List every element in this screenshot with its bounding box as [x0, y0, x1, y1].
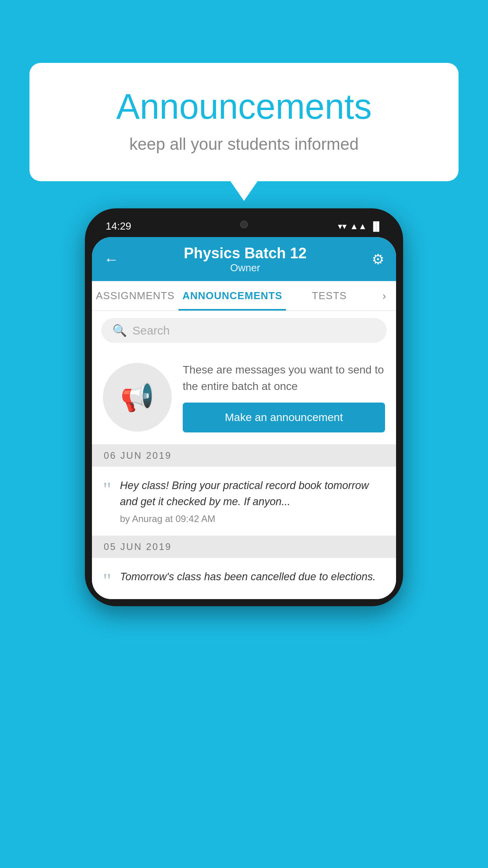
camera-dot [240, 221, 248, 228]
header-title: Physics Batch 12 [184, 245, 307, 262]
phone-outer: 14:29 ▾▾ ▲▲ ▐▌ ← Physics Batch 12 Owner … [85, 208, 403, 606]
notch [213, 215, 275, 233]
status-time: 14:29 [106, 220, 131, 232]
tab-more[interactable]: › [372, 281, 396, 311]
announcement-text-2: Tomorrow's class has been cancelled due … [120, 569, 385, 585]
announcement-content-2: Tomorrow's class has been cancelled due … [120, 569, 385, 589]
speech-bubble: Announcements keep all your students inf… [29, 63, 459, 181]
quote-icon-1: " [103, 480, 111, 500]
megaphone-icon: 📢 [120, 381, 154, 413]
search-container: 🔍 Search [92, 311, 396, 350]
quote-icon-2: " [103, 571, 111, 591]
announcement-item-1: " Hey class! Bring your practical record… [92, 467, 396, 536]
megaphone-circle: 📢 [103, 363, 172, 432]
date-separator-2: 05 JUN 2019 [92, 536, 396, 558]
phone-screen: ← Physics Batch 12 Owner ⚙ ASSIGNMENTS A… [92, 237, 396, 599]
search-bar[interactable]: 🔍 Search [101, 318, 387, 343]
search-icon: 🔍 [112, 324, 127, 337]
bubble-subtitle: keep all your students informed [49, 135, 439, 154]
back-button[interactable]: ← [104, 252, 119, 267]
prompt-description: These are messages you want to send to t… [183, 362, 385, 395]
announcement-text-1: Hey class! Bring your practical record b… [120, 478, 385, 509]
tab-tests[interactable]: TESTS [286, 281, 372, 311]
status-bar: 14:29 ▾▾ ▲▲ ▐▌ [92, 215, 396, 237]
announcement-item-2: " Tomorrow's class has been cancelled du… [92, 558, 396, 599]
battery-icon: ▐▌ [370, 221, 382, 232]
status-icons: ▾▾ ▲▲ ▐▌ [338, 221, 382, 232]
search-placeholder: Search [132, 324, 170, 337]
announcement-prompt: 📢 These are messages you want to send to… [92, 350, 396, 445]
header-subtitle: Owner [184, 262, 307, 274]
settings-button[interactable]: ⚙ [372, 251, 384, 268]
phone-wrapper: 14:29 ▾▾ ▲▲ ▐▌ ← Physics Batch 12 Owner … [85, 208, 403, 606]
wifi-icon: ▾▾ [338, 221, 347, 232]
tab-assignments[interactable]: ASSIGNMENTS [92, 281, 178, 311]
make-announcement-button[interactable]: Make an announcement [183, 403, 385, 432]
tabs-bar: ASSIGNMENTS ANNOUNCEMENTS TESTS › [92, 281, 396, 311]
tab-announcements[interactable]: ANNOUNCEMENTS [178, 281, 286, 311]
announcement-content-1: Hey class! Bring your practical record b… [120, 478, 385, 524]
announcement-meta-1: by Anurag at 09:42 AM [120, 513, 385, 524]
prompt-content: These are messages you want to send to t… [183, 362, 385, 432]
header-center: Physics Batch 12 Owner [184, 245, 307, 274]
speech-bubble-container: Announcements keep all your students inf… [29, 63, 459, 181]
app-header: ← Physics Batch 12 Owner ⚙ [92, 237, 396, 281]
bubble-title: Announcements [49, 86, 439, 127]
date-separator-1: 06 JUN 2019 [92, 445, 396, 467]
signal-icon: ▲▲ [350, 221, 367, 232]
